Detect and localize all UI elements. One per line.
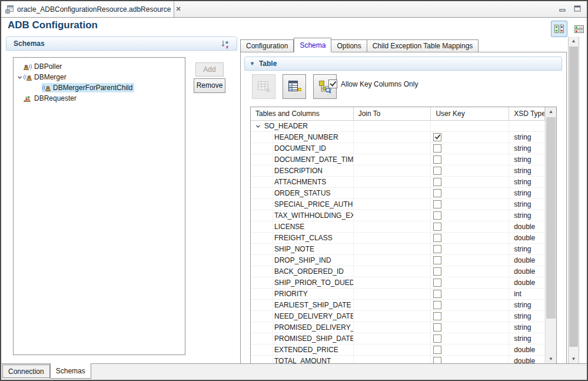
table-row[interactable]: FREIGHT_CLASSdouble: [251, 233, 545, 244]
remove-button[interactable]: Remove: [194, 78, 225, 93]
table-row[interactable]: DOCUMENT_DATE_TIMEstring: [251, 154, 545, 165]
table-row[interactable]: SHIP_NOTEstring: [251, 244, 545, 255]
panel-scrollbar[interactable]: ▲ ▼: [568, 37, 579, 364]
column-name-cell: ORDER_STATUS: [251, 188, 354, 198]
user-key-checkbox[interactable]: [433, 167, 441, 175]
column-header-join-to[interactable]: Join To: [354, 107, 431, 120]
vertical-layout-icon: [554, 24, 564, 34]
user-key-checkbox[interactable]: [433, 323, 441, 332]
user-key-cell: [431, 210, 509, 221]
column-name-cell: PROMISED_DELIVERY_DATE: [251, 322, 354, 333]
table-row[interactable]: EARLIEST_SHIP_DATEstring: [251, 300, 545, 311]
chevron-down-icon[interactable]: [255, 124, 261, 129]
allow-key-columns-checkbox[interactable]: [328, 79, 337, 88]
user-key-cell: [431, 289, 509, 299]
page-title: ADB Configuration: [8, 19, 98, 31]
column-header-user-key[interactable]: User Key: [431, 107, 509, 120]
add-button[interactable]: Add: [195, 62, 224, 77]
user-key-checkbox[interactable]: [433, 346, 441, 354]
table-row[interactable]: PROMISED_SHIP_DATEstring: [251, 333, 545, 344]
maximize-icon[interactable]: [573, 5, 582, 12]
column-header-xsd-type[interactable]: XSD Type: [509, 107, 545, 120]
tab-options[interactable]: Options: [331, 39, 367, 52]
insert-table-button[interactable]: [252, 74, 275, 99]
table-row[interactable]: SPECIAL_PRICE_AUTHORIZAstring: [251, 199, 545, 210]
user-key-checkbox[interactable]: [433, 301, 441, 309]
panel-scroll-down-icon[interactable]: ▼: [569, 355, 579, 364]
schemas-tree: DBPollerDBMergerDBMergerForParentChildDB…: [13, 57, 185, 355]
user-key-cell: [431, 244, 509, 254]
tree-item-label: DBPoller: [32, 62, 64, 71]
user-key-checkbox[interactable]: [433, 234, 441, 242]
panel-scrollbar-thumb[interactable]: [569, 47, 578, 347]
table-row[interactable]: SHIP_PRIOR_TO_DUEDATE_Idouble: [251, 277, 545, 289]
user-key-checkbox[interactable]: [433, 144, 441, 153]
tree-item-dbmerger[interactable]: DBMerger: [14, 72, 185, 82]
scroll-up-icon[interactable]: ▲: [546, 107, 556, 117]
xsd-type-cell: double: [509, 277, 545, 288]
user-key-checkbox[interactable]: [433, 256, 441, 264]
table-scrollbar[interactable]: ▲ ▼: [545, 107, 556, 364]
xsd-type-cell: string: [509, 177, 545, 187]
tab-child-exception-table-mappings[interactable]: Child Exception Table Mappings: [367, 39, 479, 52]
join-to-cell: [354, 233, 431, 243]
table-row[interactable]: PRIORITYint: [251, 289, 545, 300]
join-to-cell: [354, 244, 431, 254]
table-row[interactable]: ORDER_STATUSstring: [251, 188, 545, 199]
tab-schema[interactable]: Schema: [294, 38, 331, 52]
user-key-checkbox[interactable]: [433, 133, 441, 141]
scroll-down-icon[interactable]: ▼: [546, 355, 556, 364]
table-section-header[interactable]: ▼ Table: [244, 57, 562, 71]
vertical-layout-toggle[interactable]: [551, 21, 567, 37]
tree-item-dbrequester[interactable]: DBRequester: [14, 93, 185, 104]
close-tab-icon[interactable]: ✕: [175, 5, 181, 13]
table-row[interactable]: PROMISED_DELIVERY_DATEstring: [251, 322, 545, 333]
table-row[interactable]: TOTAL_AMOUNTdouble: [251, 356, 545, 364]
table-row[interactable]: DESCRIPTIONstring: [251, 165, 545, 177]
table-row[interactable]: NEED_DELIVERY_DATEstring: [251, 311, 545, 322]
minimize-icon[interactable]: [559, 5, 567, 12]
table-row[interactable]: BACK_ORDERED_IDdouble: [251, 266, 545, 277]
table-row[interactable]: DOCUMENT_IDstring: [251, 143, 545, 154]
user-key-checkbox[interactable]: [433, 312, 441, 320]
user-key-checkbox[interactable]: [433, 155, 441, 164]
column-name-cell: DROP_SHIP_IND: [251, 255, 354, 266]
user-key-checkbox[interactable]: [433, 189, 441, 197]
user-key-checkbox[interactable]: [433, 200, 441, 208]
collapse-triangle-icon[interactable]: ▼: [250, 61, 255, 67]
table-scrollbar-thumb[interactable]: [546, 117, 556, 319]
tree-item-dbmergerforparentchild[interactable]: DBMergerForParentChild: [14, 82, 185, 93]
user-key-checkbox[interactable]: [433, 178, 441, 186]
page-tab-schemas[interactable]: Schemas: [50, 363, 91, 379]
editor-tab[interactable]: oracle_ADBConfigurationResource.adbResou…: [1, 1, 174, 17]
table-row[interactable]: DROP_SHIP_INDdouble: [251, 255, 545, 266]
page-tab-connection[interactable]: Connection: [2, 365, 50, 378]
sort-az-icon[interactable]: az: [221, 39, 231, 49]
table-row[interactable]: EXTENDED_PRICEdouble: [251, 344, 545, 356]
add-table-button[interactable]: [283, 74, 306, 99]
horizontal-layout-toggle[interactable]: [571, 21, 587, 37]
user-key-checkbox[interactable]: [433, 245, 441, 253]
schemas-section-header: Schemas az: [6, 37, 237, 51]
user-key-checkbox[interactable]: [433, 267, 441, 276]
user-key-cell: [431, 121, 509, 131]
user-key-cell: [431, 322, 509, 333]
user-key-checkbox[interactable]: [433, 334, 441, 343]
panel-scroll-up-icon[interactable]: ▲: [569, 37, 579, 46]
table-group-row[interactable]: SO_HEADER: [251, 121, 545, 132]
column-header-tables-and-columns[interactable]: Tables and Columns: [251, 107, 354, 120]
table-row[interactable]: HEADER_NUMBERstring: [251, 132, 545, 143]
user-key-checkbox[interactable]: [433, 223, 441, 231]
insert-table-icon: [256, 79, 271, 94]
user-key-cell: [431, 132, 509, 143]
user-key-checkbox[interactable]: [433, 211, 441, 220]
table-row[interactable]: TAX_WITHHOLDING_EXEMPstring: [251, 210, 545, 221]
user-key-checkbox[interactable]: [433, 290, 441, 298]
xsd-type-cell: string: [509, 154, 545, 165]
tree-item-dbpoller[interactable]: DBPoller: [14, 61, 185, 72]
user-key-checkbox[interactable]: [433, 279, 441, 287]
tab-configuration[interactable]: Configuration: [240, 39, 294, 52]
chevron-down-icon[interactable]: [16, 75, 23, 80]
table-row[interactable]: LICENSEdouble: [251, 221, 545, 233]
table-row[interactable]: ATTACHMENTSstring: [251, 177, 545, 188]
